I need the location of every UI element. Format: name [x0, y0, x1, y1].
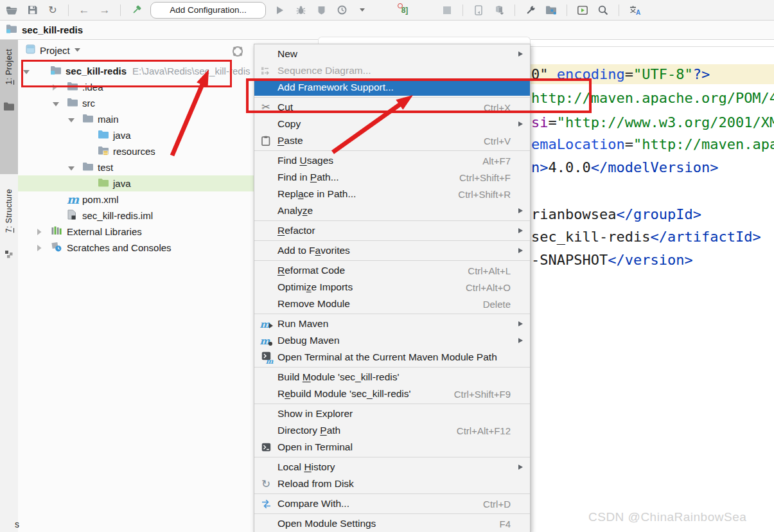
chevron-collapsed-icon[interactable] — [37, 226, 42, 238]
maven-tool-icon[interactable] — [545, 4, 558, 17]
menu-item-remove-module[interactable]: Remove ModuleDelete — [254, 296, 530, 312]
menu-item-shortcut: Delete — [483, 299, 511, 310]
menu-item-label: Analyze — [277, 205, 313, 217]
menu-item-open-in-terminal[interactable]: Open in Terminal — [254, 439, 530, 456]
menu-item-cut[interactable]: ✂CutCtrl+X — [254, 99, 530, 116]
menu-item-sequence-diagram[interactable]: Sequence Diagram... — [254, 62, 530, 79]
toolbar-separator — [619, 4, 619, 16]
menu-item-label: Copy — [277, 118, 301, 130]
menu-item-find-usages[interactable]: Find UsagesAlt+F7 — [254, 152, 530, 169]
scratches-icon — [51, 242, 62, 254]
menu-item-label: Cut — [277, 102, 293, 113]
chevron-expanded-icon[interactable] — [68, 162, 75, 173]
wrench-icon[interactable] — [524, 4, 537, 17]
plugin-profiler-icon[interactable]: 8] — [398, 4, 411, 17]
menu-item-open-module-settings[interactable]: Open Module SettingsF4 — [254, 515, 530, 532]
profiler-icon[interactable] — [335, 4, 348, 17]
menu-item-run-maven[interactable]: mRun Maven — [254, 315, 530, 332]
save-icon[interactable] — [26, 4, 39, 17]
updates-icon[interactable] — [493, 4, 506, 17]
menu-item-replace-in-path[interactable]: Replace in Path...Ctrl+Shift+R — [254, 186, 530, 202]
menu-item-debug-maven[interactable]: mDebug Maven — [254, 332, 530, 349]
menu-separator — [254, 403, 530, 404]
breadcrumb-module[interactable]: sec_kill-redis — [22, 24, 83, 35]
libraries-icon — [51, 226, 62, 238]
forward-icon[interactable]: → — [98, 4, 111, 17]
submenu-arrow-icon — [518, 248, 523, 253]
search-icon[interactable] — [597, 4, 610, 17]
menu-item-label: Find Usages — [277, 155, 333, 166]
project-view-icon — [26, 44, 35, 56]
chevron-expanded-icon[interactable] — [23, 66, 30, 77]
run-icon[interactable] — [274, 4, 286, 17]
main-toolbar: ↻←→Add Configuration...8]A — [0, 0, 774, 21]
open-folder-icon[interactable] — [5, 4, 18, 17]
menu-item-label: Compare With... — [277, 498, 349, 510]
menu-item-new[interactable]: New — [254, 46, 530, 62]
tree-item-label: pom.xml — [82, 191, 119, 208]
paste-icon — [259, 134, 273, 147]
menu-item-label: Run Maven — [277, 318, 328, 330]
menu-item-refactor[interactable]: Refactor — [254, 222, 530, 239]
menu-item-analyze[interactable]: Analyze — [254, 202, 530, 219]
submenu-arrow-icon — [518, 228, 523, 233]
menu-item-local-history[interactable]: Local History — [254, 459, 530, 475]
menu-item-label: Reformat Code — [277, 265, 345, 276]
menu-item-label: Sequence Diagram... — [277, 65, 371, 76]
menu-item-copy[interactable]: Copy — [254, 116, 530, 132]
maven-run-icon: m — [259, 317, 273, 330]
maven-debug-icon: m — [259, 334, 273, 347]
menu-item-compare-with[interactable]: Compare With...Ctrl+D — [254, 495, 530, 512]
tree-item-label: sec_kill-redis.iml — [82, 208, 153, 224]
menu-item-label: Remove Module — [277, 298, 350, 310]
tool-window-tab-structure[interactable]: 7: Structure — [0, 189, 18, 337]
chevron-expanded-icon[interactable] — [53, 98, 59, 109]
sequence-icon — [259, 64, 273, 77]
menu-item-add-framework-support[interactable]: Add Framework Support... — [254, 79, 530, 96]
menu-item-optimize-imports[interactable]: Optimize ImportsCtrl+Alt+O — [254, 279, 530, 296]
hammer-icon[interactable] — [130, 4, 143, 17]
folder-icon — [82, 113, 94, 125]
menu-item-label: Replace in Path... — [277, 188, 356, 200]
project-view-header[interactable]: Project — [26, 44, 80, 56]
toolbar-separator — [68, 4, 69, 16]
back-icon[interactable]: ← — [78, 4, 91, 17]
menu-item-open-terminal-at-the-current-maven-module-path[interactable]: mOpen Terminal at the Current Maven Modu… — [254, 349, 530, 366]
menu-item-show-in-explorer[interactable]: Show in Explorer — [254, 405, 530, 422]
menu-item-directory-path[interactable]: Directory PathCtrl+Alt+F12 — [254, 422, 530, 439]
tree-item-path: E:\Java\Redis\sec_kill-redis — [132, 66, 250, 76]
tool-window-tab-project[interactable]: 1: Project — [0, 40, 18, 174]
menu-item-paste[interactable]: PasteCtrl+V — [254, 132, 530, 149]
tree-item-label: main — [98, 111, 119, 127]
project-view-title: Project — [40, 45, 70, 56]
gear-icon[interactable] — [231, 45, 244, 60]
run-anything-icon[interactable] — [576, 4, 589, 17]
caret-down-icon[interactable] — [356, 4, 369, 17]
capture-icon[interactable] — [472, 4, 485, 17]
menu-item-label: Directory Path — [277, 425, 340, 436]
menu-item-label: Rebuild Module 'sec_kill-redis' — [277, 388, 411, 400]
chevron-expanded-icon[interactable] — [68, 114, 75, 125]
menu-item-reload-from-disk[interactable]: ↻Reload from Disk — [254, 475, 530, 492]
chevron-collapsed-icon[interactable] — [37, 242, 42, 254]
stop-icon[interactable] — [441, 4, 453, 17]
test-folder-icon — [98, 177, 109, 190]
menu-item-find-in-path[interactable]: Find in Path...Ctrl+Shift+F — [254, 169, 530, 186]
debug-icon[interactable] — [294, 4, 307, 17]
menu-item-add-to-favorites[interactable]: Add to Favorites — [254, 242, 530, 259]
coverage-icon[interactable] — [315, 4, 328, 17]
menu-item-build-module-sec-kill-redis[interactable]: Build Module 'sec_kill-redis' — [254, 369, 530, 386]
menu-item-reformat-code[interactable]: Reformat CodeCtrl+Alt+L — [254, 262, 530, 279]
chevron-collapsed-icon[interactable] — [53, 82, 57, 93]
menu-item-rebuild-module-sec-kill-redis[interactable]: Rebuild Module 'sec_kill-redis'Ctrl+Shif… — [254, 386, 530, 402]
sync-icon[interactable]: ↻ — [46, 4, 59, 17]
terminal-maven-icon: m — [259, 351, 273, 364]
folder-icon — [67, 97, 78, 109]
run-configuration-select[interactable]: Add Configuration... — [150, 2, 266, 19]
translate-icon[interactable]: A — [628, 4, 641, 17]
resources-folder-icon — [98, 145, 109, 157]
chevron-down-icon — [75, 48, 80, 52]
menu-separator — [254, 150, 530, 151]
toolbar-separator — [462, 4, 463, 16]
project-folder-icon — [50, 65, 62, 77]
